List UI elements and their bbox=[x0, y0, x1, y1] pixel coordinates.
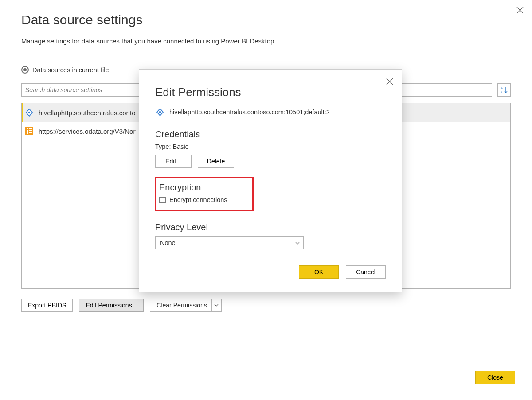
credentials-heading: Credentials bbox=[155, 129, 386, 140]
encrypt-connections-label: Encrypt connections bbox=[169, 196, 227, 203]
svg-point-3 bbox=[28, 112, 30, 113]
data-source-label: https://services.odata.org/V3/Northwind/… bbox=[39, 128, 136, 135]
encryption-highlight: Encryption Encrypt connections bbox=[155, 177, 254, 211]
dialog-source-name: hivellaphttp.southcentralus.contoso.com:… bbox=[169, 109, 330, 116]
delete-credentials-button[interactable]: Delete bbox=[198, 155, 234, 168]
svg-rect-8 bbox=[29, 128, 32, 129]
edit-permissions-button[interactable]: Edit Permissions... bbox=[79, 299, 144, 312]
svg-rect-9 bbox=[29, 130, 32, 131]
close-button[interactable]: Close bbox=[475, 371, 515, 384]
page-subtitle: Manage settings for data sources that yo… bbox=[21, 37, 511, 45]
hive-source-icon bbox=[155, 107, 165, 117]
odata-source-icon bbox=[24, 126, 34, 136]
data-source-label: hivellaphttp.southcentralus.contoso.com:… bbox=[39, 109, 136, 117]
close-icon[interactable] bbox=[516, 6, 524, 14]
page-title: Data source settings bbox=[21, 12, 511, 27]
hive-source-icon bbox=[24, 108, 34, 117]
close-icon[interactable] bbox=[386, 78, 394, 85]
radio-label: Data sources in current file bbox=[32, 66, 109, 74]
checkbox-icon bbox=[159, 197, 166, 203]
cancel-button[interactable]: Cancel bbox=[346, 265, 386, 279]
chevron-down-icon bbox=[295, 241, 300, 245]
privacy-level-dropdown[interactable]: None bbox=[155, 236, 304, 249]
svg-text:A: A bbox=[501, 86, 503, 90]
sort-az-button[interactable]: A Z bbox=[497, 83, 511, 97]
privacy-heading: Privacy Level bbox=[155, 222, 386, 233]
svg-rect-7 bbox=[27, 132, 28, 134]
encryption-heading: Encryption bbox=[159, 183, 247, 193]
clear-permissions-label: Clear Permissions bbox=[156, 302, 207, 309]
chevron-down-icon[interactable] bbox=[211, 299, 221, 311]
dialog-title: Edit Permissions bbox=[155, 85, 386, 99]
svg-point-12 bbox=[159, 111, 161, 113]
edit-credentials-button[interactable]: Edit... bbox=[155, 155, 192, 168]
radio-icon bbox=[21, 66, 29, 74]
svg-rect-6 bbox=[27, 130, 28, 132]
svg-rect-5 bbox=[27, 128, 28, 129]
export-pbids-button[interactable]: Export PBIDS bbox=[21, 299, 73, 312]
data-source-settings-dialog: Data source settings Manage settings for… bbox=[0, 0, 532, 400]
ok-button[interactable]: OK bbox=[299, 265, 339, 279]
privacy-level-value: None bbox=[160, 239, 176, 246]
svg-rect-10 bbox=[29, 132, 32, 133]
encrypt-connections-checkbox[interactable]: Encrypt connections bbox=[159, 196, 247, 203]
svg-text:Z: Z bbox=[501, 90, 503, 94]
credentials-type: Type: Basic bbox=[155, 143, 386, 150]
edit-permissions-dialog: Edit Permissions hivellaphttp.southcentr… bbox=[139, 69, 402, 292]
clear-permissions-button[interactable]: Clear Permissions bbox=[150, 299, 222, 312]
